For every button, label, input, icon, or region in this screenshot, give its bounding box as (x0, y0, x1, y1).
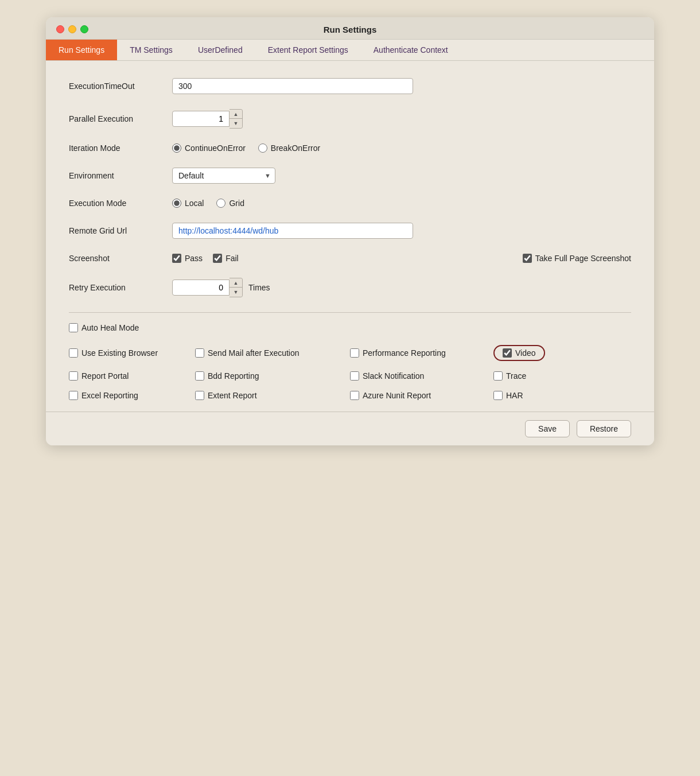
screenshot-full-page-label: Take Full Page Screenshot (535, 254, 631, 263)
auto-heal-mode-option[interactable]: Auto Heal Mode (69, 323, 139, 332)
execution-timeout-label: ExecutionTimeOut (69, 82, 172, 91)
execution-local-option[interactable]: Local (172, 199, 204, 208)
extent-report-checkbox[interactable] (195, 391, 204, 400)
footer: Save Restore (46, 412, 654, 445)
retry-execution-down[interactable]: ▼ (230, 288, 242, 297)
parallel-execution-row: Parallel Execution ▲ ▼ (69, 109, 631, 129)
report-portal-checkbox[interactable] (69, 371, 78, 381)
screenshot-fail-option[interactable]: Fail (213, 254, 239, 263)
maximize-button[interactable] (80, 25, 88, 33)
trace-checkbox[interactable] (493, 371, 503, 381)
report-portal-option[interactable]: Report Portal (69, 371, 172, 381)
auto-heal-mode-checkbox[interactable] (69, 323, 78, 332)
iteration-mode-label: Iteration Mode (69, 143, 172, 153)
retry-execution-row: Retry Execution ▲ ▼ Times (69, 278, 631, 297)
retry-execution-spinner-buttons: ▲ ▼ (230, 278, 243, 297)
parallel-execution-input[interactable] (172, 111, 230, 127)
use-existing-browser-checkbox[interactable] (69, 348, 78, 358)
extent-report-label: Extent Report (208, 391, 257, 400)
close-button[interactable] (56, 25, 64, 33)
minimize-button[interactable] (68, 25, 76, 33)
retry-execution-spinner: ▲ ▼ (172, 278, 243, 297)
video-checkbox[interactable] (503, 348, 512, 358)
use-existing-browser-label: Use Existing Browser (81, 348, 158, 358)
screenshot-full-page-option[interactable]: Take Full Page Screenshot (523, 254, 631, 263)
iteration-mode-group: ContinueOnError BreakOnError (172, 143, 320, 153)
screenshot-pass-checkbox[interactable] (172, 254, 181, 263)
iteration-mode-row: Iteration Mode ContinueOnError BreakOnEr… (69, 143, 631, 153)
screenshot-label: Screenshot (69, 254, 172, 263)
trace-label: Trace (506, 371, 526, 381)
performance-reporting-option[interactable]: Performance Reporting (350, 348, 470, 358)
iteration-break-label: BreakOnError (271, 143, 320, 153)
slack-notification-label: Slack Notification (363, 371, 424, 381)
auto-heal-row: Auto Heal Mode (69, 323, 631, 332)
execution-grid-option[interactable]: Grid (216, 199, 244, 208)
divider (69, 312, 631, 313)
execution-mode-label: Execution Mode (69, 199, 172, 208)
tab-userdefined[interactable]: UserDefined (185, 40, 255, 60)
retry-execution-up[interactable]: ▲ (230, 278, 242, 288)
slack-notification-checkbox[interactable] (350, 371, 359, 381)
execution-timeout-row: ExecutionTimeOut (69, 78, 631, 94)
video-option[interactable]: Video (493, 345, 545, 361)
har-option[interactable]: HAR (493, 391, 523, 400)
parallel-execution-label: Parallel Execution (69, 114, 172, 123)
window-title: Run Settings (324, 25, 377, 34)
tab-run-settings[interactable]: Run Settings (46, 40, 117, 60)
screenshot-full-page-checkbox[interactable] (523, 254, 532, 263)
bdd-reporting-option[interactable]: Bdd Reporting (195, 371, 327, 381)
trace-option[interactable]: Trace (493, 371, 526, 381)
iteration-continue-option[interactable]: ContinueOnError (172, 143, 246, 153)
har-label: HAR (506, 391, 523, 400)
use-existing-browser-option[interactable]: Use Existing Browser (69, 348, 172, 358)
excel-reporting-option[interactable]: Excel Reporting (69, 391, 172, 400)
iteration-continue-radio[interactable] (172, 143, 181, 153)
send-mail-option[interactable]: Send Mail after Execution (195, 348, 327, 358)
azure-nunit-report-checkbox[interactable] (350, 391, 359, 400)
video-label: Video (515, 348, 536, 358)
tab-extent-report-settings[interactable]: Extent Report Settings (255, 40, 361, 60)
title-bar: Run Settings (46, 17, 654, 40)
traffic-lights (56, 25, 88, 33)
screenshot-fail-label: Fail (225, 254, 239, 263)
auto-heal-mode-label: Auto Heal Mode (81, 323, 139, 332)
iteration-break-radio[interactable] (258, 143, 267, 153)
save-button[interactable]: Save (525, 420, 570, 437)
parallel-execution-spinner-buttons: ▲ ▼ (230, 109, 243, 129)
tab-authenticate-context[interactable]: Authenticate Context (361, 40, 461, 60)
bdd-reporting-label: Bdd Reporting (208, 371, 259, 381)
performance-reporting-label: Performance Reporting (363, 348, 446, 358)
har-checkbox[interactable] (493, 391, 503, 400)
execution-local-label: Local (185, 199, 204, 208)
parallel-execution-up[interactable]: ▲ (230, 110, 242, 119)
excel-reporting-checkbox[interactable] (69, 391, 78, 400)
iteration-break-option[interactable]: BreakOnError (258, 143, 320, 153)
checkbox-row-1: Use Existing Browser Send Mail after Exe… (69, 345, 631, 361)
report-portal-label: Report Portal (81, 371, 129, 381)
screenshot-fail-checkbox[interactable] (213, 254, 222, 263)
environment-select[interactable]: Default (172, 168, 275, 184)
restore-button[interactable]: Restore (577, 420, 631, 437)
execution-timeout-input[interactable] (172, 78, 413, 94)
performance-reporting-checkbox[interactable] (350, 348, 359, 358)
extent-report-option[interactable]: Extent Report (195, 391, 327, 400)
screenshot-pass-option[interactable]: Pass (172, 254, 203, 263)
parallel-execution-spinner: ▲ ▼ (172, 109, 243, 129)
retry-execution-label: Retry Execution (69, 283, 172, 292)
bdd-reporting-checkbox[interactable] (195, 371, 204, 381)
retry-execution-input[interactable] (172, 280, 230, 296)
execution-grid-radio[interactable] (216, 199, 225, 208)
azure-nunit-report-option[interactable]: Azure Nunit Report (350, 391, 470, 400)
execution-grid-label: Grid (229, 199, 244, 208)
screenshot-pass-label: Pass (185, 254, 203, 263)
send-mail-checkbox[interactable] (195, 348, 204, 358)
parallel-execution-down[interactable]: ▼ (230, 119, 242, 128)
remote-grid-url-input[interactable] (172, 223, 413, 239)
execution-local-radio[interactable] (172, 199, 181, 208)
send-mail-label: Send Mail after Execution (208, 348, 300, 358)
iteration-continue-label: ContinueOnError (185, 143, 246, 153)
slack-notification-option[interactable]: Slack Notification (350, 371, 470, 381)
tab-tm-settings[interactable]: TM Settings (117, 40, 185, 60)
environment-row: Environment Default ▼ (69, 168, 631, 184)
